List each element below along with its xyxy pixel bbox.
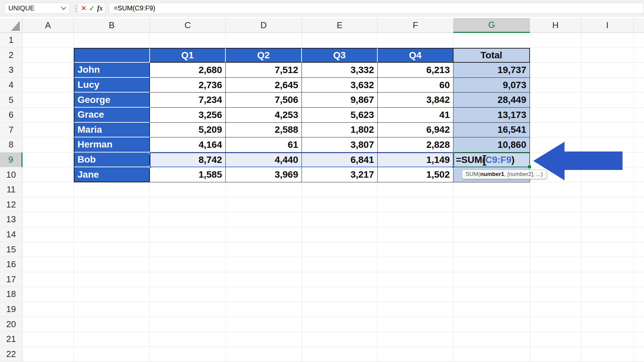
cell-D1[interactable] (226, 33, 302, 48)
cell-D10[interactable]: 3,969 (226, 167, 302, 182)
cell-E13[interactable] (302, 212, 378, 227)
cell-B5[interactable]: George (74, 93, 150, 108)
cell-D12[interactable] (226, 197, 302, 213)
cell-G15[interactable] (453, 242, 530, 257)
cell-A9[interactable] (22, 153, 74, 168)
cell-H22[interactable] (530, 347, 581, 362)
cell-I7[interactable] (581, 123, 634, 138)
cell-A21[interactable] (22, 332, 74, 347)
row-header-18[interactable]: 18 (0, 287, 22, 302)
column-header-I[interactable]: I (581, 18, 634, 33)
cell-F22[interactable] (378, 347, 453, 362)
cell-A13[interactable] (22, 212, 74, 227)
column-header-H[interactable]: H (530, 18, 581, 33)
select-all-corner[interactable] (0, 18, 22, 33)
cell-F20[interactable] (378, 317, 453, 332)
row-header-19[interactable]: 19 (0, 302, 22, 317)
row-header-17[interactable]: 17 (0, 272, 22, 287)
cell-I2[interactable] (581, 48, 634, 63)
cell-H1[interactable] (530, 33, 581, 48)
cell-I21[interactable] (581, 332, 634, 347)
cell-I5[interactable] (581, 93, 634, 108)
cell-H21[interactable] (530, 332, 581, 347)
cell-F4[interactable]: 60 (378, 78, 453, 93)
column-header-C[interactable]: C (150, 18, 226, 33)
row-header-22[interactable]: 22 (0, 347, 22, 362)
cell-C20[interactable] (150, 317, 226, 332)
cell-F17[interactable] (378, 272, 453, 287)
cell-E7[interactable]: 1,802 (302, 123, 378, 138)
cell-F15[interactable] (378, 242, 453, 257)
cell-D17[interactable] (226, 272, 302, 287)
column-header-D[interactable]: D (226, 18, 302, 33)
cell-E5[interactable]: 9,867 (302, 93, 378, 108)
cell-B19[interactable] (74, 302, 150, 317)
cell-D2[interactable]: Q2 (226, 48, 302, 63)
cell-C1[interactable] (150, 33, 226, 48)
row-header-4[interactable]: 4 (0, 78, 22, 93)
cell-F2[interactable]: Q4 (378, 48, 453, 63)
cell-F3[interactable]: 6,213 (378, 63, 453, 78)
cell-F7[interactable]: 6,942 (378, 123, 453, 138)
cell-G7[interactable]: 16,541 (453, 123, 530, 138)
cell-H5[interactable] (530, 93, 581, 108)
cell-F21[interactable] (378, 332, 453, 347)
cell-F18[interactable] (378, 287, 453, 302)
cell-F10[interactable]: 1,502 (378, 167, 453, 182)
cell-E15[interactable] (302, 242, 378, 257)
cell-B18[interactable] (74, 287, 150, 302)
cell-I11[interactable] (581, 182, 634, 197)
cell-H20[interactable] (530, 317, 581, 332)
cell-I6[interactable] (581, 108, 634, 123)
cell-I16[interactable] (581, 257, 634, 272)
row-header-11[interactable]: 11 (0, 182, 22, 197)
cell-G1[interactable] (453, 33, 530, 48)
cell-E17[interactable] (302, 272, 378, 287)
cell-H11[interactable] (530, 182, 581, 197)
cell-D15[interactable] (226, 242, 302, 257)
cell-C3[interactable]: 2,680 (150, 63, 226, 78)
cell-I12[interactable] (581, 197, 634, 213)
cell-E12[interactable] (302, 197, 378, 213)
cell-A6[interactable] (22, 108, 74, 123)
cell-B8[interactable]: Herman (74, 137, 150, 153)
cell-A8[interactable] (22, 137, 74, 153)
cell-G21[interactable] (453, 332, 530, 347)
cell-H17[interactable] (530, 272, 581, 287)
cell-E9[interactable]: 6,841 (302, 153, 378, 168)
cell-G12[interactable] (453, 197, 530, 213)
cell-A15[interactable] (22, 242, 74, 257)
cell-D22[interactable] (226, 347, 302, 362)
cell-G4[interactable]: 9,073 (453, 78, 530, 93)
cell-D21[interactable] (226, 332, 302, 347)
cell-E16[interactable] (302, 257, 378, 272)
row-header-13[interactable]: 13 (0, 212, 22, 227)
cell-I3[interactable] (581, 63, 634, 78)
row-header-3[interactable]: 3 (0, 63, 22, 78)
cell-B14[interactable] (74, 227, 150, 242)
cell-C2[interactable]: Q1 (150, 48, 226, 63)
cell-B9[interactable]: Bob (74, 153, 150, 168)
cell-C16[interactable] (150, 257, 226, 272)
cell-C6[interactable]: 3,256 (150, 108, 226, 123)
cell-D9[interactable]: 4,440 (226, 153, 302, 168)
cell-F13[interactable] (378, 212, 453, 227)
cell-E4[interactable]: 3,632 (302, 78, 378, 93)
cell-G17[interactable] (453, 272, 530, 287)
cell-H9[interactable] (530, 153, 581, 168)
cell-C7[interactable]: 5,209 (150, 123, 226, 138)
cell-E20[interactable] (302, 317, 378, 332)
row-header-16[interactable]: 16 (0, 257, 22, 272)
cell-B12[interactable] (74, 197, 150, 213)
cell-C14[interactable] (150, 227, 226, 242)
cell-H19[interactable] (530, 302, 581, 317)
cell-B1[interactable] (74, 33, 150, 48)
cell-D20[interactable] (226, 317, 302, 332)
cell-H7[interactable] (530, 123, 581, 138)
cell-B15[interactable] (74, 242, 150, 257)
cell-H18[interactable] (530, 287, 581, 302)
cell-B22[interactable] (74, 347, 150, 362)
cell-F6[interactable]: 41 (378, 108, 453, 123)
cell-A11[interactable] (22, 182, 74, 197)
cell-D19[interactable] (226, 302, 302, 317)
